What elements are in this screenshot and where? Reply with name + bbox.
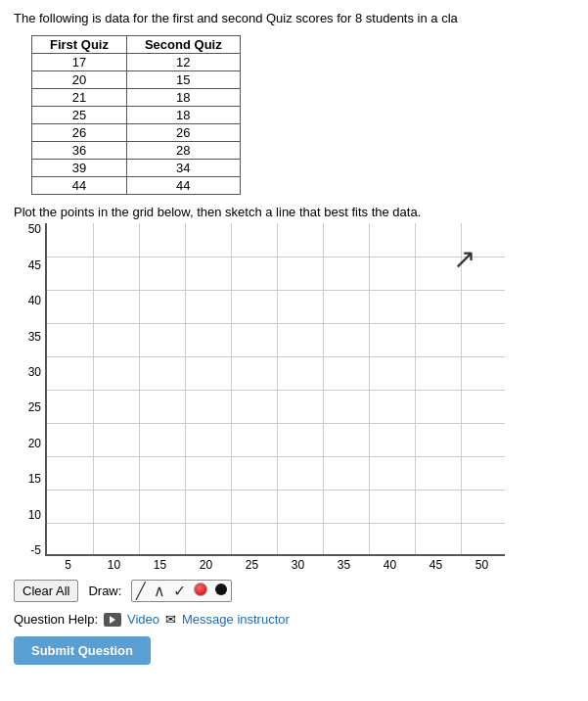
dot-icon[interactable] [215, 584, 227, 598]
toolbar: Clear All Draw: ╱ ∧ ✓ [14, 580, 574, 602]
x-axis-label: 20 [183, 558, 229, 572]
table-row: 44 [126, 177, 240, 195]
video-link[interactable]: Video [127, 612, 159, 627]
y-axis-label: 30 [28, 366, 41, 378]
x-axis-labels: 5101520253035404550 [45, 556, 505, 572]
grid-line-horizontal [47, 257, 505, 257]
line-tool-icon[interactable]: ╱ [136, 584, 146, 599]
x-axis-label: 5 [45, 558, 91, 572]
grid-line-horizontal [47, 523, 505, 524]
table-row: 17 [32, 54, 127, 71]
grid-and-x: ↗ 5101520253035404550 [45, 223, 505, 572]
x-axis-label: 45 [413, 558, 459, 572]
table-row: 34 [126, 160, 240, 177]
submit-question-button[interactable]: Submit Question [14, 636, 151, 665]
clear-all-button[interactable]: Clear All [14, 580, 78, 602]
x-axis-label: 30 [275, 558, 321, 572]
table-row: 15 [126, 71, 240, 89]
col1-header: First Quiz [32, 36, 127, 54]
x-axis-label: 10 [91, 558, 137, 572]
x-axis-label: 40 [367, 558, 413, 572]
grid-line-horizontal [47, 456, 505, 457]
grid-line-vertical [93, 223, 94, 554]
peak-tool-icon[interactable]: ∧ [154, 584, 165, 599]
x-axis-label: 15 [137, 558, 183, 572]
table-row: 26 [126, 124, 240, 142]
table-row: 18 [126, 107, 240, 124]
draw-label: Draw: [88, 584, 121, 598]
question-help-label: Question Help: [14, 612, 98, 627]
y-axis-labels: 504540353025201510-5 [18, 223, 45, 556]
chart-area: 504540353025201510-5 ↗ 51015202530354045… [18, 223, 574, 572]
grid-line-vertical [185, 223, 186, 554]
video-icon [104, 613, 121, 627]
circle-dot-icon[interactable] [194, 583, 207, 599]
description: The following is data for the first and … [14, 10, 574, 27]
table-row: 44 [32, 177, 127, 195]
table-row: 18 [126, 89, 240, 107]
plot-instruction: Plot the points in the grid below, then … [14, 205, 574, 219]
grid-line-horizontal [47, 423, 505, 424]
grid-line-vertical [139, 223, 140, 554]
x-axis-label: 25 [229, 558, 275, 572]
y-axis-label: 20 [28, 438, 41, 449]
x-axis-label: 35 [321, 558, 367, 572]
grid-line-vertical [231, 223, 232, 554]
draw-tools: ╱ ∧ ✓ [131, 580, 232, 602]
y-axis-label: 35 [28, 331, 41, 343]
grid-line-vertical [277, 223, 278, 554]
check-tool-icon[interactable]: ✓ [173, 584, 186, 599]
grid-line-vertical [323, 223, 324, 554]
table-row: 28 [126, 142, 240, 160]
table-row: 39 [32, 160, 127, 177]
table-row: 26 [32, 124, 127, 142]
message-instructor-link[interactable]: Message instructor [182, 612, 290, 627]
grid-line-horizontal [47, 323, 505, 324]
y-axis-label: 45 [28, 259, 41, 271]
table-row: 21 [32, 89, 127, 107]
grid-line-vertical [415, 223, 416, 554]
mail-icon: ✉ [165, 612, 176, 627]
table-row: 20 [32, 71, 127, 89]
y-axis-label: 15 [28, 473, 41, 485]
col2-header: Second Quiz [126, 36, 240, 54]
table-row: 36 [32, 142, 127, 160]
data-table: First Quiz Second Quiz 17122015211825182… [31, 35, 241, 195]
cursor-arrow: ↗ [453, 243, 475, 275]
y-axis-label: 10 [28, 509, 41, 521]
x-axis-label: 50 [459, 558, 505, 572]
y-axis-label: 25 [28, 401, 41, 413]
grid-line-horizontal [47, 490, 505, 491]
grid-line-horizontal [47, 356, 505, 357]
grid-line-horizontal [47, 290, 505, 291]
grid-line-horizontal [47, 390, 505, 391]
grid-canvas[interactable]: ↗ [45, 223, 505, 556]
table-row: 25 [32, 107, 127, 124]
question-help: Question Help: Video ✉ Message instructo… [14, 612, 574, 627]
y-axis-label: 50 [28, 223, 41, 235]
y-axis-label: -5 [30, 544, 41, 556]
grid-line-vertical [369, 223, 370, 554]
grid-line-vertical [461, 223, 462, 554]
y-axis-label: 40 [28, 295, 41, 306]
table-row: 12 [126, 54, 240, 71]
